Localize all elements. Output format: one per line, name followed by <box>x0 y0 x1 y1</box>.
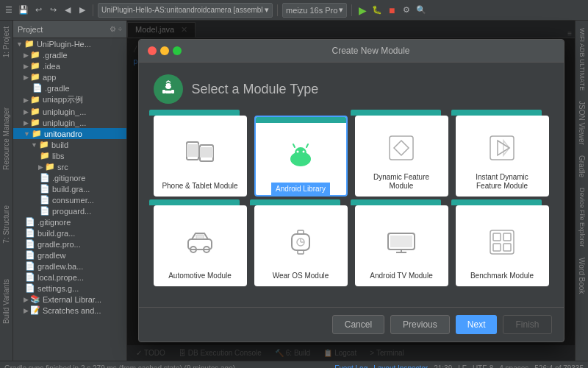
tree-item[interactable]: 📄 build.gra... <box>13 183 126 194</box>
modal-title: Create New Module <box>187 46 555 56</box>
search-icon[interactable]: 🔍 <box>415 4 427 16</box>
save-icon[interactable]: 💾 <box>18 4 29 16</box>
maximize-button[interactable] <box>173 46 182 55</box>
tree-item[interactable]: ▶ 📁 .gradle <box>13 49 126 60</box>
module-card-android-lib[interactable]: Android Library <box>254 116 348 197</box>
svg-rect-9 <box>200 147 213 158</box>
module-card-wear[interactable]: Wear OS Module <box>254 205 348 286</box>
project-dropdown[interactable]: UniPlugin-Hello-AS:unitoandroidcamera [a… <box>98 3 273 18</box>
modal-titlebar: Create New Module <box>139 40 564 63</box>
module-card-tv[interactable]: Android TV Module <box>355 205 448 286</box>
menu-icon[interactable]: ☰ <box>3 4 15 16</box>
tree-item[interactable]: ▼ 📁 build <box>13 139 126 150</box>
selected-label: Android Library <box>271 183 330 195</box>
right-tab-wordbook[interactable]: Word Book <box>576 253 587 298</box>
module-card-dynamic[interactable]: Dynamic Feature Module <box>355 116 448 197</box>
main-content: Model.java ✕ ≡ // Model.java public clas… <box>127 21 575 361</box>
tree-item[interactable]: 📄 settings.g... <box>13 283 126 294</box>
settings-icon[interactable]: ⚙ <box>401 4 412 16</box>
tree-item[interactable]: 📄 gradle.pro... <box>13 238 126 250</box>
finish-button[interactable]: Finish <box>503 315 551 334</box>
card-label-dynamic: Dynamic Feature Module <box>362 173 441 191</box>
charset: UTF-8 <box>473 364 493 368</box>
separator <box>93 4 93 16</box>
back-icon[interactable]: ◀ <box>62 4 74 16</box>
tree-item[interactable]: 📄 gradlew <box>13 250 126 261</box>
tree-item[interactable]: 📄 consumer... <box>13 194 126 205</box>
cancel-button[interactable]: Cancel <box>332 315 384 334</box>
separator2 <box>277 4 278 16</box>
tree-item[interactable]: 📄 proguard... <box>13 205 126 216</box>
tree-item[interactable]: 📄 gradlew.ba... <box>13 261 126 272</box>
tree-item[interactable]: ▶ 📁 uniplugin_... <box>13 106 126 117</box>
tree-item[interactable]: ▶ 📁 uniapp示例 <box>13 93 126 106</box>
module-header-title: Select a Module Type <box>192 82 319 97</box>
tree-item[interactable]: ▶ 📁 src <box>13 161 126 172</box>
tree-external-libraries[interactable]: ▶ 📚 External Librar... <box>13 294 126 305</box>
line-info: 526:4 of 79335 <box>534 364 584 368</box>
card-label-auto: Automotive Module <box>168 272 232 280</box>
right-tab-json[interactable]: JSON Viewer <box>576 96 587 149</box>
redo-icon[interactable]: ↪ <box>47 4 59 16</box>
module-grid-row2: Automotive Module <box>154 205 549 286</box>
device-dropdown[interactable]: meizu 16s Pro ▾ <box>282 3 347 18</box>
modal-body: Select a Module Type <box>139 63 564 307</box>
separator3 <box>351 4 352 16</box>
tree-item[interactable]: 📄 .gitignore <box>13 172 126 183</box>
tree-item[interactable]: 📄 .gitignore <box>13 216 126 227</box>
svg-rect-32 <box>390 236 412 247</box>
panel-header: Project ⚙ ÷ <box>13 21 126 38</box>
run-button[interactable]: ▶ <box>356 4 368 16</box>
modal-overlay: Create New Module <box>127 21 575 361</box>
tree-item[interactable]: ▶ 📁 app <box>13 71 126 82</box>
project-panel: Project ⚙ ÷ ▼ 📁 UniPlugin-He... ▶ 📁 .gra… <box>13 21 127 361</box>
svg-point-4 <box>165 85 166 86</box>
arrow-icon: ▼ <box>16 40 23 48</box>
module-card-phone[interactable]: Phone & Tablet Module <box>154 116 247 197</box>
module-card-instant[interactable]: Instant Dynamic Feature Module <box>456 116 549 197</box>
forward-icon[interactable]: ▶ <box>76 4 88 16</box>
stop-button[interactable]: ■ <box>386 4 398 16</box>
undo-icon[interactable]: ↩ <box>32 4 44 16</box>
sidebar-tab-structure[interactable]: 7: Structure <box>1 202 12 247</box>
tree-scratches[interactable]: ▶ 📝 Scratches and... <box>13 305 126 316</box>
tree-item-highlighted[interactable]: ▼ 📁 unitoandro <box>13 128 126 139</box>
main-layout: 1: Project Resource Manager 7: Structure… <box>0 21 588 361</box>
svg-rect-2 <box>171 90 174 93</box>
tree-item[interactable]: 📄 local.prope... <box>13 272 126 283</box>
tree-item[interactable]: 📄 build.gra... <box>13 227 126 238</box>
tree-root[interactable]: ▼ 📁 UniPlugin-He... <box>13 38 126 49</box>
right-tab-device-explorer[interactable]: Device File Explorer <box>577 183 587 252</box>
panel-icons[interactable]: ⚙ ÷ <box>110 25 122 33</box>
card-label-benchmark: Benchmark Module <box>470 272 534 280</box>
modal-footer: Cancel Previous Next Finish <box>139 307 564 342</box>
event-log[interactable]: Event Log <box>334 364 368 368</box>
next-button[interactable]: Next <box>456 315 498 334</box>
svg-point-0 <box>165 83 171 89</box>
project-name: UniPlugin-Hello-AS:unitoandroidcamera [a… <box>101 6 263 14</box>
svg-rect-38 <box>503 233 511 241</box>
previous-button[interactable]: Previous <box>390 315 450 334</box>
right-tab-gradle[interactable]: Gradle <box>576 151 587 182</box>
close-button[interactable] <box>148 46 157 55</box>
svg-rect-24 <box>196 235 204 238</box>
svg-point-5 <box>171 85 172 86</box>
sidebar-tab-build-variants[interactable]: Build Variants <box>1 276 12 327</box>
module-card-benchmark[interactable]: Benchmark Module <box>456 205 549 286</box>
tree-item[interactable]: 📁 libs <box>13 150 126 161</box>
traffic-lights <box>148 46 182 55</box>
device-name: meizu 16s Pro <box>286 6 337 15</box>
tree-item[interactable]: ▶ 📁 .idea <box>13 60 126 71</box>
module-header-icon <box>154 74 183 104</box>
module-card-auto[interactable]: Automotive Module <box>154 205 247 286</box>
minimize-button[interactable] <box>160 46 169 55</box>
debug-icon[interactable]: 🐛 <box>371 4 383 16</box>
sidebar-tab-project[interactable]: 1: Project <box>1 24 12 60</box>
tree-item[interactable]: ▶ 📁 uniplugin_... <box>13 117 126 128</box>
sidebar-tab-resource[interactable]: Resource Manager <box>1 105 12 173</box>
tree-item[interactable]: 📄 .gradle <box>13 82 126 93</box>
card-label-phone: Phone & Tablet Module <box>162 182 237 191</box>
layout-inspector[interactable]: Layout Inspector <box>373 364 428 368</box>
right-tab-wifi[interactable]: WIFI ADB ULTIMATE <box>577 24 587 95</box>
sync-message: Gradle sync finished in 2 s 279 ms (from… <box>4 364 329 368</box>
